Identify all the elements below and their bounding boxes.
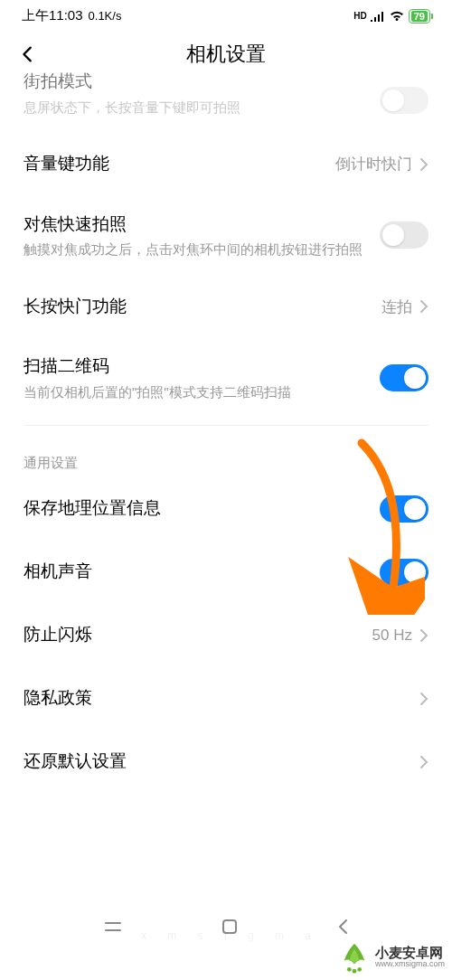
- item-title: 保存地理位置信息: [24, 496, 380, 521]
- divider: [24, 425, 428, 426]
- item-title: 相机声音: [24, 560, 380, 584]
- chevron-right-icon: [419, 299, 428, 314]
- section-general: 通用设置: [0, 433, 452, 477]
- item-flicker[interactable]: 防止闪烁 50 Hz: [0, 604, 452, 667]
- signal-icon: [371, 11, 385, 22]
- status-net-speed: 0.1K/s: [89, 9, 122, 23]
- item-reset[interactable]: 还原默认设置: [0, 730, 452, 794]
- item-title: 隐私政策: [24, 686, 419, 711]
- status-bar: 上午11:03 0.1K/s HD 79: [0, 0, 452, 28]
- battery-indicator: 79: [409, 9, 430, 24]
- item-qr[interactable]: 扫描二维码 当前仅相机后置的"拍照"模式支持二维码扫描: [0, 338, 452, 418]
- watermark: 小麦安卓网 www.xmsigma.com: [337, 940, 445, 975]
- item-title: 还原默认设置: [24, 749, 419, 774]
- svg-rect-0: [223, 920, 236, 933]
- watermark-url: www.xmsigma.com: [375, 960, 445, 969]
- item-title: 长按快门功能: [24, 295, 381, 319]
- nav-recent-icon[interactable]: [103, 917, 123, 937]
- svg-point-1: [347, 967, 352, 972]
- item-privacy[interactable]: 隐私政策: [0, 667, 452, 730]
- nav-bar: [0, 909, 452, 944]
- svg-point-2: [353, 969, 357, 974]
- settings-list: 街拍模式 息屏状态下，长按音量下键即可拍照 音量键功能 倒计时快门 对焦快速拍照…: [0, 84, 452, 794]
- toggle-sound[interactable]: [380, 559, 428, 586]
- item-value: 倒计时快门: [335, 154, 412, 174]
- item-title: 音量键功能: [24, 152, 335, 176]
- chevron-right-icon: [419, 157, 428, 172]
- item-title: 防止闪烁: [24, 623, 372, 647]
- watermark-name: 小麦安卓网: [375, 946, 445, 961]
- item-value: 50 Hz: [372, 627, 412, 645]
- item-location[interactable]: 保存地理位置信息: [0, 477, 452, 541]
- toggle-focus-shoot[interactable]: [380, 221, 428, 249]
- item-title: 扫描二维码: [24, 354, 380, 379]
- watermark-logo-icon: [337, 940, 372, 975]
- wifi-icon: [389, 10, 405, 23]
- chevron-right-icon: [419, 692, 428, 706]
- hd-indicator: HD: [353, 11, 366, 21]
- page-title: 相机设置: [38, 41, 414, 68]
- item-desc: 息屏状态下，长按音量下键即可拍照: [24, 98, 380, 117]
- svg-point-3: [357, 967, 362, 972]
- status-time: 上午11:03: [22, 7, 83, 24]
- item-street-snap[interactable]: 街拍模式 息屏状态下，长按音量下键即可拍照: [0, 84, 452, 133]
- chevron-right-icon: [419, 755, 428, 769]
- item-desc: 触摸对焦成功之后，点击对焦环中间的相机按钮进行拍照: [24, 240, 380, 259]
- nav-back-icon[interactable]: [336, 918, 349, 936]
- item-desc: 当前仅相机后置的"拍照"模式支持二维码扫描: [24, 382, 380, 401]
- toggle-qr[interactable]: [380, 364, 428, 391]
- toggle-location[interactable]: [380, 495, 428, 523]
- back-button[interactable]: [18, 44, 38, 64]
- toggle-street-snap[interactable]: [380, 87, 428, 114]
- item-sound[interactable]: 相机声音: [0, 541, 452, 604]
- item-focus-shoot[interactable]: 对焦快速拍照 触摸对焦成功之后，点击对焦环中间的相机按钮进行拍照: [0, 196, 452, 276]
- item-long-press[interactable]: 长按快门功能 连拍: [0, 275, 452, 338]
- nav-home-icon[interactable]: [221, 918, 239, 936]
- item-title: 对焦快速拍照: [24, 212, 380, 237]
- chevron-right-icon: [419, 628, 428, 643]
- item-value: 连拍: [381, 297, 412, 317]
- item-title: 街拍模式: [24, 70, 380, 94]
- item-volume-key[interactable]: 音量键功能 倒计时快门: [0, 133, 452, 196]
